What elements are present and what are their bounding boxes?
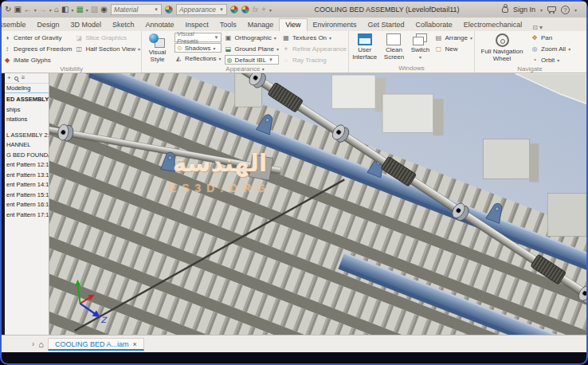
- component-dropdown-icon[interactable]: ▾: [86, 7, 88, 13]
- material-sphere-icon[interactable]: ◉: [100, 6, 108, 14]
- visual-style-button[interactable]: Visual Style: [143, 32, 171, 65]
- arrange-button[interactable]: ▤Arrange▾: [435, 33, 472, 43]
- tab-manage[interactable]: Manage: [242, 19, 280, 31]
- reflections-button[interactable]: ◭Reflections▾: [174, 53, 221, 64]
- undo-dropdown-icon[interactable]: ▾: [34, 7, 37, 13]
- visual-style-label: Visual Style: [143, 49, 171, 63]
- tree-item-pattern-15[interactable]: ent Pattern 15:1: [5, 190, 49, 201]
- orbit-arrow-icon: ▾: [557, 57, 559, 63]
- redo-dropdown-icon[interactable]: ▾: [49, 7, 52, 13]
- sign-in-person-icon[interactable]: [502, 6, 508, 13]
- switch-button[interactable]: Switch ▾: [409, 32, 431, 65]
- tab-sketch[interactable]: Sketch: [107, 19, 140, 31]
- tab-collaborate[interactable]: Collaborate: [410, 19, 458, 31]
- tree-item-relationships[interactable]: ships: [5, 105, 49, 116]
- parameters-fx-icon[interactable]: fx: [253, 6, 258, 14]
- presentation-icon[interactable]: ▨: [91, 6, 98, 14]
- tab-scroll-chevron-icon[interactable]: ›: [32, 339, 34, 348]
- sync-icon[interactable]: ↻: [5, 6, 11, 14]
- shadows-icon: ⊙: [177, 45, 182, 52]
- imate-glyphs-icon: ◆: [3, 57, 11, 64]
- center-of-gravity-button[interactable]: ◑Center of Gravity: [3, 33, 72, 43]
- viewport-3d[interactable]: Z الهندسة ES3D.ORG + ≡ Modeling ED ASSEM…: [2, 73, 586, 335]
- look-at-icon[interactable]: ◧: [61, 6, 69, 14]
- textures-on-button[interactable]: ▦Textures On▾: [282, 33, 347, 43]
- slice-graphics-button: ◪Slice Graphics: [75, 33, 140, 43]
- component-icon[interactable]: ▦: [76, 6, 83, 14]
- tab-electromechanical[interactable]: Electromechanical: [458, 19, 528, 31]
- user-interface-button[interactable]: User Interface: [351, 32, 379, 65]
- ground-plane-button[interactable]: ⬓Ground Plane▾: [225, 44, 279, 54]
- pan-button[interactable]: ✥Pan: [531, 33, 570, 43]
- document-tab-bar: › ⌂ COOLING BED A...iam ×: [2, 335, 586, 352]
- tree-item-channel[interactable]: HANNEL: [5, 140, 49, 151]
- document-tab-close-icon[interactable]: ×: [133, 340, 137, 348]
- shadows-button[interactable]: ⊙Shadows▾: [174, 43, 221, 53]
- half-section-view-arrow-icon: ▾: [138, 46, 140, 52]
- qat-customize-arrow-icon[interactable]: ▾: [269, 7, 272, 13]
- browser-add-icon[interactable]: +: [7, 75, 11, 81]
- zoom-all-button[interactable]: ◎Zoom All▾: [531, 44, 570, 54]
- save-icon[interactable]: ▣: [14, 6, 21, 14]
- orbit-button[interactable]: ◔Orbit▾: [531, 55, 570, 65]
- my-home-tab-icon[interactable]: ⌂: [38, 339, 44, 349]
- adjust-all-color-wheel-icon[interactable]: [241, 6, 249, 14]
- browser-view-mode[interactable]: Modeling: [5, 84, 49, 93]
- material-dropdown[interactable]: Material ▼: [111, 4, 162, 15]
- tab-assemble[interactable]: Assemble: [2, 19, 32, 31]
- tab-inspect[interactable]: Inspect: [180, 19, 214, 31]
- tree-item-pattern-14[interactable]: ent Pattern 14:1: [5, 180, 49, 190]
- tab-environments[interactable]: Environments: [308, 19, 363, 31]
- store-cart-icon[interactable]: [547, 6, 556, 12]
- sign-in-dropdown-icon[interactable]: ▾: [540, 7, 543, 13]
- full-navigation-wheel-button[interactable]: Full Navigation Wheel: [476, 32, 527, 65]
- half-section-view-button[interactable]: ◫Half Section View▾: [75, 44, 140, 54]
- tree-item-bed-foundation[interactable]: G BED FOUNDATIO: [5, 151, 49, 161]
- group-label-appearance[interactable]: Appearance ▾: [143, 65, 347, 73]
- browser-search-icon[interactable]: [14, 77, 18, 80]
- tree-item-pattern-12[interactable]: ent Pattern 12:1: [5, 160, 49, 171]
- home-view-icon[interactable]: ⌂: [54, 6, 59, 14]
- degrees-of-freedom-button[interactable]: ↕Degrees of Freedom: [3, 44, 72, 54]
- tab-tools[interactable]: Tools: [214, 19, 242, 31]
- new-window-button[interactable]: ▢New: [435, 44, 472, 54]
- tab-get-started[interactable]: Get Started: [363, 19, 410, 31]
- tab-design[interactable]: Design: [32, 19, 65, 31]
- tree-item-pattern-17[interactable]: ent Pattern 17:1: [5, 210, 49, 221]
- color-wheel-icon[interactable]: [165, 6, 173, 14]
- model-browser-panel[interactable]: + ≡ Modeling ED ASSEMBLY.ia ships ntatio…: [5, 73, 49, 335]
- look-at-dropdown-icon[interactable]: ▾: [71, 7, 73, 13]
- add-icon[interactable]: +: [261, 6, 266, 14]
- ribbon: ◑Center of Gravity ↕Degrees of Freedom ◆…: [2, 31, 586, 73]
- tree-item-representations[interactable]: ntations: [5, 115, 49, 125]
- default-ibl-label: Default IBL: [235, 57, 267, 64]
- redo-icon[interactable]: →: [39, 6, 47, 14]
- tree-item-pattern-13[interactable]: ent Pattern 13:1: [5, 171, 49, 181]
- ground-plane-icon: ⬓: [225, 45, 233, 53]
- tree-item-assembly-2[interactable]: L ASSEMBLY 2:1: [5, 131, 49, 141]
- titlebar-right: Sign In ▾ ? ▾: [502, 6, 577, 14]
- tree-item-assembly-root[interactable]: ED ASSEMBLY.ia: [5, 95, 49, 105]
- refine-appearance-label: Refine Appearance: [292, 45, 347, 53]
- tab-view[interactable]: View: [279, 18, 307, 31]
- document-tab-active[interactable]: COOLING BED A...iam ×: [48, 338, 144, 351]
- sign-in-label[interactable]: Sign In: [513, 6, 535, 14]
- tree-item-pattern-16[interactable]: ent Pattern 16:1: [5, 200, 49, 210]
- help-icon[interactable]: ?: [561, 6, 570, 14]
- tab-annotate[interactable]: Annotate: [140, 19, 180, 31]
- tab-3d-model[interactable]: 3D Model: [65, 19, 108, 31]
- zoom-all-arrow-icon: ▾: [568, 46, 570, 52]
- help-dropdown-icon[interactable]: ▾: [574, 7, 577, 13]
- adjust-color-wheel-icon[interactable]: [230, 6, 238, 14]
- ribbon-options-icon[interactable]: ⊡ ▾: [527, 24, 547, 31]
- visual-presets-dropdown[interactable]: Visual Presets▼: [174, 33, 221, 42]
- undo-icon[interactable]: ←: [24, 6, 32, 14]
- imate-glyphs-button[interactable]: ◆iMate Glyphs: [3, 55, 72, 65]
- orthographic-button[interactable]: ▣Orthographic▾: [225, 33, 279, 43]
- clean-screen-button[interactable]: Clean Screen: [382, 32, 406, 65]
- full-navigation-wheel-label: Full Navigation Wheel: [476, 49, 527, 62]
- browser-menu-icon[interactable]: ≡: [22, 75, 25, 81]
- default-ibl-dropdown[interactable]: ◍Default IBL▼: [225, 55, 279, 65]
- title-bar: ↻ ▣ ←▾ →▾ ⌂ ◧▾ ▦▾ ▨ ◉ Material ▼ Appeara…: [2, 2, 586, 18]
- appearance-dropdown[interactable]: Appearance ▼: [176, 4, 227, 15]
